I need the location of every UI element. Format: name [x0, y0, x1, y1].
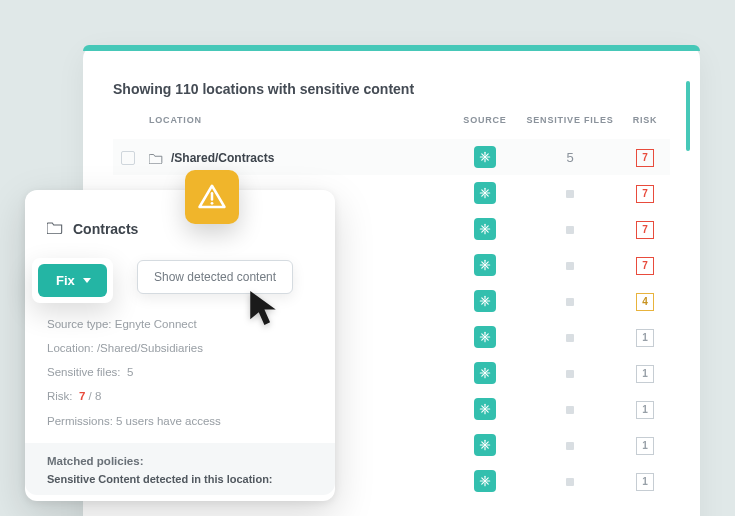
svg-line-25: [486, 226, 488, 228]
source-icon: [474, 182, 496, 204]
svg-line-70: [486, 406, 488, 408]
fix-button-card: Fix: [32, 258, 113, 303]
col-risk: RISK: [620, 115, 670, 139]
svg-line-68: [482, 406, 484, 408]
risk-badge: 1: [636, 473, 654, 491]
svg-line-88: [486, 478, 488, 480]
risk-badge: 7: [636, 221, 654, 239]
svg-line-86: [482, 478, 484, 480]
risk-badge: 7: [636, 257, 654, 275]
page-title: Showing 110 locations with sensitive con…: [113, 81, 670, 97]
skeleton-square: [566, 262, 574, 270]
skeleton-square: [566, 298, 574, 306]
svg-point-18: [484, 228, 487, 231]
svg-point-72: [484, 444, 487, 447]
location-detail-popover: Contracts Show detected content Source t…: [25, 190, 335, 501]
svg-line-8: [482, 158, 484, 160]
svg-line-26: [482, 230, 484, 232]
svg-line-50: [482, 334, 484, 336]
svg-line-5: [482, 154, 484, 156]
source-icon: [474, 362, 496, 384]
source-icon: [474, 218, 496, 240]
risk-badge: 1: [636, 401, 654, 419]
sensitive-files-count: 5: [566, 150, 573, 165]
svg-line-61: [486, 370, 488, 372]
risk-badge: 7: [636, 149, 654, 167]
warning-icon: [185, 170, 239, 224]
svg-line-60: [486, 374, 488, 376]
risk-badge: 1: [636, 437, 654, 455]
svg-point-81: [484, 480, 487, 483]
svg-line-71: [482, 410, 484, 412]
svg-point-91: [211, 202, 214, 205]
risk-badge: 7: [636, 185, 654, 203]
svg-line-62: [482, 374, 484, 376]
svg-point-63: [484, 408, 487, 411]
row-checkbox[interactable]: [121, 151, 135, 165]
skeleton-square: [566, 190, 574, 198]
svg-line-15: [486, 194, 488, 196]
svg-point-27: [484, 264, 487, 267]
fix-button[interactable]: Fix: [38, 264, 107, 297]
svg-line-34: [486, 262, 488, 264]
col-sensitive: SENSITIVE FILES: [520, 115, 620, 139]
skeleton-square: [566, 226, 574, 234]
svg-line-6: [486, 158, 488, 160]
svg-line-78: [486, 446, 488, 448]
svg-point-36: [484, 300, 487, 303]
source-icon: [474, 398, 496, 420]
folder-icon: [47, 220, 63, 238]
svg-line-44: [482, 302, 484, 304]
skeleton-square: [566, 478, 574, 486]
svg-line-23: [482, 226, 484, 228]
location-path: /Shared/Contracts: [171, 151, 274, 165]
svg-point-0: [484, 156, 487, 159]
panel-accent-stripe: [83, 45, 700, 51]
svg-line-52: [486, 334, 488, 336]
svg-line-79: [486, 442, 488, 444]
popover-folder-name: Contracts: [73, 221, 138, 237]
svg-line-35: [482, 266, 484, 268]
svg-line-89: [482, 482, 484, 484]
svg-line-14: [482, 190, 484, 192]
svg-line-59: [482, 370, 484, 372]
svg-line-53: [482, 338, 484, 340]
source-icon: [474, 326, 496, 348]
scrollbar-thumb[interactable]: [686, 81, 690, 151]
svg-line-42: [486, 302, 488, 304]
svg-line-69: [486, 410, 488, 412]
col-location: LOCATION: [143, 115, 450, 139]
source-icon: [474, 434, 496, 456]
skeleton-square: [566, 442, 574, 450]
svg-line-77: [482, 442, 484, 444]
chevron-down-icon: [83, 278, 91, 283]
svg-line-32: [482, 262, 484, 264]
svg-point-54: [484, 372, 487, 375]
source-icon: [474, 470, 496, 492]
source-icon: [474, 254, 496, 276]
skeleton-square: [566, 370, 574, 378]
cursor-icon: [246, 288, 280, 332]
source-icon: [474, 146, 496, 168]
col-source: SOURCE: [450, 115, 520, 139]
svg-line-33: [486, 266, 488, 268]
svg-line-80: [482, 446, 484, 448]
source-icon: [474, 290, 496, 312]
svg-point-45: [484, 336, 487, 339]
svg-line-51: [486, 338, 488, 340]
svg-line-87: [486, 482, 488, 484]
svg-line-7: [486, 154, 488, 156]
risk-badge: 1: [636, 365, 654, 383]
matched-policies-section: Matched policies: Sensitive Content dete…: [25, 443, 335, 495]
skeleton-square: [566, 406, 574, 414]
svg-line-16: [486, 190, 488, 192]
risk-badge: 1: [636, 329, 654, 347]
svg-line-17: [482, 194, 484, 196]
skeleton-square: [566, 334, 574, 342]
svg-line-43: [486, 298, 488, 300]
folder-icon: [149, 152, 163, 164]
svg-line-41: [482, 298, 484, 300]
risk-badge: 4: [636, 293, 654, 311]
svg-line-24: [486, 230, 488, 232]
svg-point-9: [484, 192, 487, 195]
